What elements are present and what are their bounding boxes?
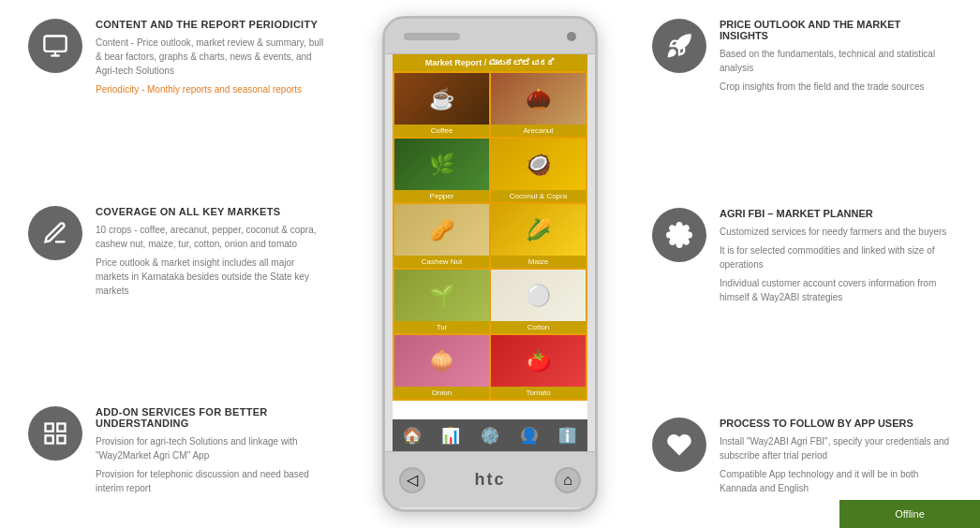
feature-price-outlook-p2: Crop insights from the field and the tra…	[720, 80, 952, 94]
monitor-icon	[42, 33, 68, 59]
monitor-icon-circle	[28, 19, 82, 73]
feature-content-report-title: CONTENT AND THE REPORT PERIODICITY	[96, 19, 328, 30]
feature-process-text: PROCESS TO FOLLOW BY APP USERS Install "…	[720, 418, 952, 500]
phone-top-bar	[385, 19, 595, 54]
offline-label: Offline	[895, 508, 925, 520]
crop-coconut[interactable]: 🥥 Coconut & Copra	[491, 139, 586, 202]
crop-coconut-image: 🥥	[491, 139, 586, 190]
crop-cotton[interactable]: ⚪ Cotton	[491, 270, 586, 333]
crop-cashewnut-image: 🥜	[394, 204, 489, 256]
nav-settings[interactable]: ⚙️	[482, 427, 498, 444]
main-container: CONTENT AND THE REPORT PERIODICITY Conte…	[0, 0, 980, 528]
feature-process-title: PROCESS TO FOLLOW BY APP USERS	[720, 418, 952, 429]
offline-bar: Offline	[839, 500, 980, 528]
nav-profile[interactable]: 👤	[521, 427, 538, 444]
crop-cotton-image: ⚪	[491, 270, 586, 321]
crop-coconut-label: Coconut & Copra	[491, 190, 586, 202]
crop-tur[interactable]: 🌱 Tur	[394, 270, 489, 333]
center-column: Market Report / ಮಾರುಕಟ್ಟೆ ವರದಿ ☕ Coffee …	[347, 0, 633, 528]
phone-body: Market Report / ಮಾರುಕಟ್ಟೆ ವರದಿ ☕ Coffee …	[382, 16, 598, 512]
crop-tur-label: Tur	[394, 321, 489, 333]
crop-coffee-label: Coffee	[394, 125, 489, 137]
heart-icon-circle	[652, 418, 706, 472]
phone-nav-bar: 🏠 📊 ⚙️ 👤 ℹ️	[393, 419, 587, 451]
crop-tur-image: 🌱	[394, 270, 489, 321]
crop-cashewnut-label: Cashew Nut	[394, 256, 489, 268]
feature-process-p2: Compatible App technology and it will be…	[720, 467, 952, 495]
crop-coffee[interactable]: ☕ Coffee	[394, 73, 489, 137]
crop-cotton-label: Cotton	[491, 321, 586, 333]
gear-icon-circle	[652, 208, 706, 262]
phone-bottom-bar: ◁ htc ⌂	[385, 451, 595, 507]
selection-icon-circle	[28, 406, 82, 461]
phone-brand-label: htc	[425, 470, 555, 490]
crop-arecanut-image: 🌰	[491, 73, 586, 125]
feature-price-outlook-p1: Based on the fundamentals, technical and…	[720, 47, 952, 75]
feature-price-outlook-title: PRICE OUTLOOK AND THE MARKET INSIGHTS	[720, 19, 952, 41]
feature-agri-fbi-title: AGRI FBI – MARKET PLANNER	[720, 208, 952, 219]
edit-icon	[42, 220, 68, 246]
feature-content-report-text: CONTENT AND THE REPORT PERIODICITY Conte…	[96, 19, 328, 101]
phone-screen: Market Report / ಮಾರುಕಟ್ಟೆ ವರದಿ ☕ Coffee …	[393, 54, 587, 419]
phone-wrapper: Market Report / ಮಾರುಕಟ್ಟೆ ವರದಿ ☕ Coffee …	[382, 16, 598, 512]
crop-arecanut[interactable]: 🌰 Arecanut	[491, 73, 586, 137]
crop-maize-label: Maize	[491, 256, 586, 268]
crop-tomato[interactable]: 🍅 Tomato	[491, 335, 586, 399]
phone-back-button[interactable]: ◁	[399, 467, 425, 493]
feature-addon-p1: Provision for agri-tech Solutions and li…	[96, 434, 328, 462]
feature-addon-p2: Provision for telephonic discussion and …	[96, 467, 328, 495]
rocket-icon	[666, 33, 692, 59]
crop-coffee-image: ☕	[394, 73, 489, 125]
nav-home[interactable]: 🏠	[404, 427, 421, 444]
nav-market[interactable]: 📊	[442, 427, 459, 444]
crop-maize[interactable]: 🌽 Maize	[491, 204, 586, 268]
svg-rect-4	[57, 424, 65, 432]
crop-pepper-label: Pepper	[394, 190, 489, 202]
feature-content-report-p1: Content - Price outlook, market review &…	[96, 36, 328, 78]
rocket-icon-circle	[652, 19, 706, 73]
feature-price-outlook-text: PRICE OUTLOOK AND THE MARKET INSIGHTS Ba…	[720, 19, 952, 98]
crop-grid: ☕ Coffee 🌰 Arecanut 🌿 Pepper 🥥	[393, 71, 587, 401]
phone-camera	[567, 32, 576, 41]
crop-onion-label: Onion	[394, 387, 489, 399]
crop-pepper[interactable]: 🌿 Pepper	[394, 139, 489, 202]
crop-onion-image: 🧅	[394, 335, 489, 387]
selection-icon	[42, 420, 68, 447]
svg-rect-3	[46, 424, 53, 432]
feature-addon-text: ADD-ON SERVICES FOR BETTER UNDERSTANDING…	[96, 406, 328, 500]
feature-coverage-text: COVERAGE ON ALL KEY MARKETS 10 crops - c…	[96, 206, 328, 302]
feature-agri-fbi-p3: Individual customer account covers infor…	[720, 276, 952, 304]
feature-price-outlook: PRICE OUTLOOK AND THE MARKET INSIGHTS Ba…	[652, 19, 952, 98]
feature-coverage-title: COVERAGE ON ALL KEY MARKETS	[96, 206, 328, 217]
nav-info[interactable]: ℹ️	[559, 427, 576, 444]
feature-content-report: CONTENT AND THE REPORT PERIODICITY Conte…	[28, 19, 328, 101]
gear-icon	[666, 222, 692, 248]
right-column: PRICE OUTLOOK AND THE MARKET INSIGHTS Ba…	[633, 0, 980, 528]
crop-tomato-label: Tomato	[491, 387, 586, 399]
svg-rect-6	[57, 435, 65, 443]
phone-speaker	[404, 33, 460, 40]
feature-coverage-p2: Price outlook & market insight includes …	[96, 256, 328, 298]
left-column: CONTENT AND THE REPORT PERIODICITY Conte…	[0, 0, 347, 528]
feature-agri-fbi: AGRI FBI – MARKET PLANNER Customized ser…	[652, 208, 952, 309]
feature-agri-fbi-text: AGRI FBI – MARKET PLANNER Customized ser…	[720, 208, 952, 309]
crop-pepper-image: 🌿	[394, 139, 489, 190]
feature-process-p1: Install "Way2ABI Agri FBI", specify your…	[720, 434, 952, 462]
feature-addon: ADD-ON SERVICES FOR BETTER UNDERSTANDING…	[28, 406, 328, 500]
svg-rect-0	[44, 37, 66, 51]
crop-onion[interactable]: 🧅 Onion	[394, 335, 489, 399]
crop-cashewnut[interactable]: 🥜 Cashew Nut	[394, 204, 489, 268]
feature-coverage: COVERAGE ON ALL KEY MARKETS 10 crops - c…	[28, 206, 328, 302]
feature-content-report-p2: Periodicity - Monthly reports and season…	[96, 82, 328, 96]
crop-maize-image: 🌽	[491, 204, 586, 256]
feature-agri-fbi-p1: Customized services for needy farmers an…	[720, 225, 952, 239]
feature-addon-title: ADD-ON SERVICES FOR BETTER UNDERSTANDING	[96, 406, 328, 429]
feature-process: PROCESS TO FOLLOW BY APP USERS Install "…	[652, 418, 952, 500]
heart-icon	[666, 432, 692, 458]
crop-arecanut-label: Arecanut	[491, 125, 586, 137]
crop-tomato-image: 🍅	[491, 335, 586, 387]
feature-coverage-p1: 10 crops - coffee, arecanut, pepper, coc…	[96, 223, 328, 251]
edit-icon-circle	[28, 206, 82, 260]
screen-header: Market Report / ಮಾರುಕಟ್ಟೆ ವರದಿ	[393, 54, 587, 71]
phone-home-button[interactable]: ⌂	[555, 467, 581, 493]
